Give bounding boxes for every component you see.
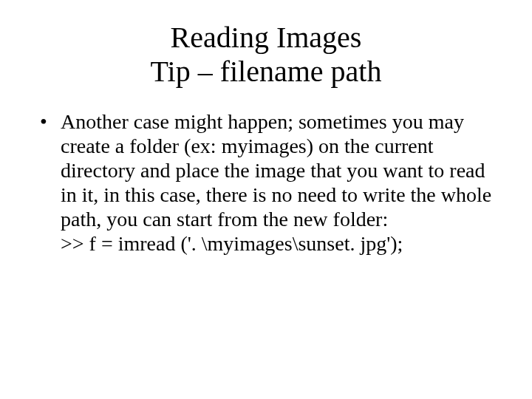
bullet-code: >> f = imread ('. \myimages\sunset. jpg'… [61, 231, 495, 256]
slide-body: Another case might happen; sometimes you… [37, 109, 495, 256]
bullet-text: Another case might happen; sometimes you… [61, 110, 491, 231]
title-line-1: Reading Images [171, 21, 362, 54]
bullet-item: Another case might happen; sometimes you… [37, 109, 495, 256]
title-line-2: Tip – filename path [151, 55, 382, 88]
bullet-list: Another case might happen; sometimes you… [37, 109, 495, 256]
slide: Reading Images Tip – filename path Anoth… [0, 0, 532, 399]
slide-title: Reading Images Tip – filename path [37, 21, 495, 89]
